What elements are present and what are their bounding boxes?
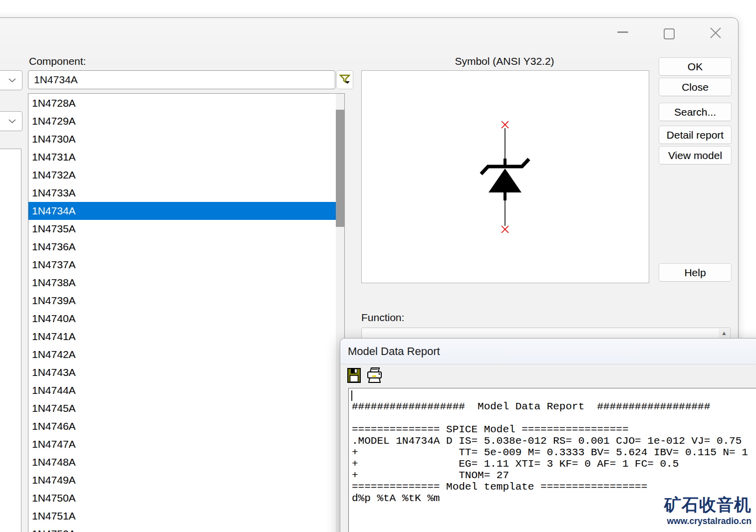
list-item[interactable]: 1N4748A: [28, 453, 336, 471]
list-scrollbar-thumb[interactable]: [336, 110, 344, 227]
maximize-icon: [664, 28, 675, 39]
funnel-icon: [339, 74, 350, 85]
report-titlebar: Model Data Report: [340, 339, 756, 364]
chevron-down-icon: [8, 78, 16, 83]
list-item[interactable]: 1N4728A: [28, 94, 336, 112]
list-item[interactable]: 1N4733A: [28, 184, 336, 202]
print-icon: [366, 367, 383, 383]
watermark: 矿石收音机 www.crystalradio.cn: [564, 494, 752, 527]
symbol-box: [361, 70, 649, 283]
close-icon: [710, 27, 722, 39]
function-label: Function:: [361, 312, 404, 324]
list-item[interactable]: 1N4752A: [28, 525, 336, 532]
list-item[interactable]: 1N4730A: [28, 130, 336, 148]
chevron-down-icon: [8, 119, 16, 124]
component-listbox[interactable]: 1N4728A1N4729A1N4730A1N4731A1N4732A1N473…: [28, 93, 345, 532]
list-item[interactable]: 1N4746A: [28, 417, 336, 435]
filter-button[interactable]: [336, 70, 353, 89]
list-item[interactable]: 1N4751A: [28, 507, 336, 525]
list-item[interactable]: 1N4735A: [28, 220, 336, 238]
report-title: Model Data Report: [348, 339, 440, 364]
component-list-items: 1N4728A1N4729A1N4730A1N4731A1N4732A1N473…: [28, 94, 336, 532]
symbol-title: Symbol (ANSI Y32.2): [380, 55, 629, 67]
pin-marker-icon: [502, 121, 508, 128]
view-model-button[interactable]: View model: [659, 146, 732, 165]
component-label: Component:: [29, 55, 86, 67]
sidebar-dropdown-2[interactable]: [0, 111, 22, 131]
watermark-url: www.crystalradio.cn: [564, 516, 752, 527]
family-list-panel: [0, 149, 21, 532]
list-item[interactable]: 1N4732A: [28, 166, 336, 184]
list-item[interactable]: 1N4734A: [28, 202, 336, 220]
list-item[interactable]: 1N4741A: [28, 328, 336, 346]
scroll-up-icon: ▲: [721, 330, 727, 337]
list-item[interactable]: 1N4744A: [28, 381, 336, 399]
report-toolbar: [340, 364, 756, 387]
list-item[interactable]: 1N4750A: [28, 489, 336, 507]
minimize-icon: [617, 31, 628, 33]
list-item[interactable]: 1N4742A: [28, 346, 336, 363]
list-item[interactable]: 1N4736A: [28, 238, 336, 256]
help-button[interactable]: Help: [659, 263, 732, 282]
sidebar-dropdown-1[interactable]: [0, 70, 22, 90]
save-button[interactable]: [347, 368, 361, 384]
component-input[interactable]: [28, 70, 335, 89]
list-item[interactable]: 1N4739A: [28, 292, 336, 310]
list-item[interactable]: 1N4747A: [28, 435, 336, 453]
save-icon: [347, 368, 361, 383]
list-item[interactable]: 1N4738A: [28, 274, 336, 292]
print-button[interactable]: [366, 367, 383, 385]
detail-report-button[interactable]: Detail report: [659, 126, 732, 144]
list-item[interactable]: 1N4731A: [28, 148, 336, 166]
watermark-title: 矿石收音机: [564, 494, 752, 516]
ok-button[interactable]: OK: [659, 57, 732, 76]
close-button[interactable]: Close: [659, 78, 732, 96]
text-caret-icon: [351, 390, 352, 401]
list-item[interactable]: 1N4745A: [28, 399, 336, 417]
search-button[interactable]: Search...: [659, 103, 732, 121]
report-text: ################## Model Data Report ###…: [349, 388, 756, 504]
list-item[interactable]: 1N4737A: [28, 256, 336, 274]
list-item[interactable]: 1N4743A: [28, 363, 336, 381]
zener-diode-symbol: [362, 71, 649, 283]
list-item[interactable]: 1N4729A: [28, 112, 336, 130]
list-item[interactable]: 1N4749A: [28, 471, 336, 489]
pin-marker-icon: [502, 226, 508, 233]
list-item[interactable]: 1N4740A: [28, 310, 336, 328]
